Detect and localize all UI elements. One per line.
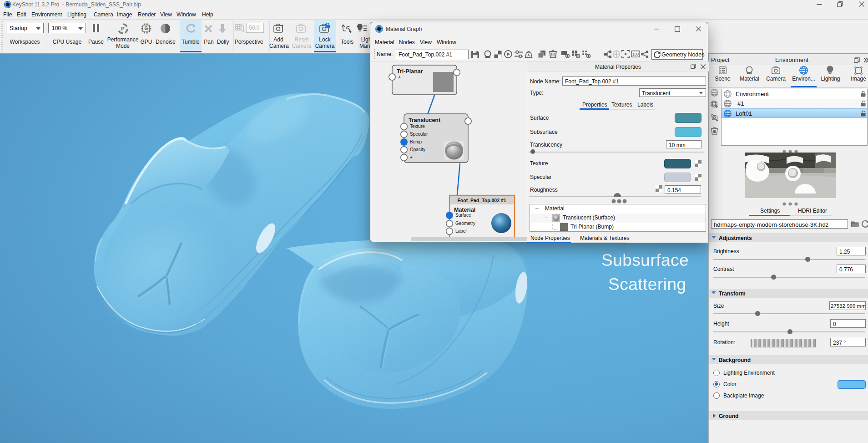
svg-text:Geometry: Geometry — [455, 221, 475, 226]
svg-text:P: P — [121, 26, 124, 31]
svg-text:Label: Label — [455, 229, 466, 234]
svg-text:Texture: Texture — [410, 124, 425, 129]
svg-text:Foot_Pad_Top.002 #1: Foot_Pad_Top.002 #1 — [457, 198, 506, 203]
svg-text:Material: Material — [454, 207, 475, 213]
svg-text:+: + — [410, 155, 413, 160]
svg-text:Scattering: Scattering — [608, 275, 686, 294]
svg-text:Subsurface: Subsurface — [601, 251, 689, 270]
svg-text:Specular: Specular — [410, 132, 428, 137]
svg-text:Bump: Bump — [410, 139, 422, 144]
svg-text:Surface: Surface — [455, 213, 471, 218]
svg-text:Translucent: Translucent — [409, 117, 441, 123]
svg-text:100: 100 — [632, 52, 639, 56]
svg-text:Tri-Planar: Tri-Planar — [397, 68, 423, 75]
svg-text:A: A — [527, 53, 530, 57]
svg-text:G: G — [145, 26, 148, 31]
svg-text:Opacity: Opacity — [410, 147, 425, 152]
svg-text:+: + — [398, 74, 401, 80]
